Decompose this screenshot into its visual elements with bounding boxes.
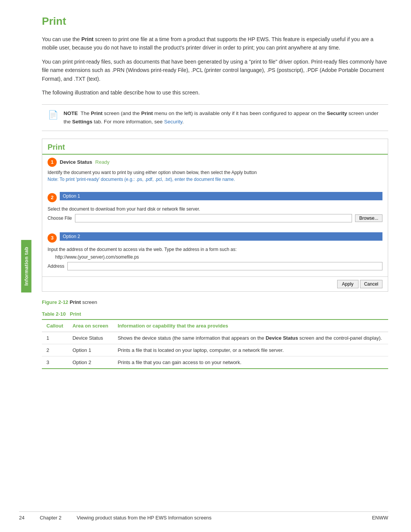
page-title: Print xyxy=(42,15,388,27)
callout-1: 1 xyxy=(48,158,57,167)
row1-callout: 1 xyxy=(42,332,68,344)
note-link-text: Note: To print 'print-ready' documents (… xyxy=(48,177,382,182)
intro-paragraph-3: The following illustration and table des… xyxy=(42,88,388,97)
option1-desc: Select the document to download from you… xyxy=(48,206,382,212)
footer: 24 Chapter 2 Viewing product status from… xyxy=(19,511,388,521)
figure-bold: Print xyxy=(70,299,81,305)
table-caption: Table 2-10 Print xyxy=(42,311,388,317)
col-area: Area on screen xyxy=(68,320,113,332)
choose-file-input[interactable] xyxy=(75,214,352,222)
table-row: 2 Option 1 Prints a file that is located… xyxy=(42,344,388,356)
security-link[interactable]: Security xyxy=(164,119,182,125)
option2-section: 3 Option 2 Input the address of the docu… xyxy=(42,229,388,276)
screen-mockup-title: Print xyxy=(42,139,388,155)
figure-caption: Figure 2-12 Print screen xyxy=(42,299,388,305)
row3-area: Option 2 xyxy=(68,356,113,369)
row1-info: Shows the device status (the same inform… xyxy=(113,332,388,344)
figure-number: Figure 2-12 xyxy=(42,299,68,305)
note-label: NOTE xyxy=(64,110,78,116)
url-hint: http://www.(your_server).com/somefile.ps xyxy=(48,254,382,260)
address-input[interactable] xyxy=(67,262,382,270)
footer-page-number: 24 xyxy=(19,515,24,521)
table-row: 3 Option 2 Prints a file that you can ga… xyxy=(42,356,388,369)
row1-area: Device Status xyxy=(68,332,113,344)
col-info: Information or capability that the area … xyxy=(113,320,388,332)
note-text: NOTE The Print screen (and the Print men… xyxy=(64,109,382,126)
row2-info: Prints a file that is located on your la… xyxy=(113,344,388,356)
apply-button[interactable]: Apply xyxy=(337,280,358,288)
device-status-label: Device Status xyxy=(60,159,92,165)
callout-2: 2 xyxy=(48,193,57,202)
device-status-value: Ready xyxy=(95,159,110,165)
figure-text: screen xyxy=(82,299,97,305)
address-label: Address xyxy=(48,264,64,269)
screen-mockup: Print 1 Device Status Ready Identify the… xyxy=(42,139,388,292)
option2-desc: Input the address of the document to acc… xyxy=(48,247,382,252)
apply-cancel-row: Apply Cancel xyxy=(42,276,388,291)
row3-callout: 3 xyxy=(42,356,68,369)
row2-area: Option 1 xyxy=(68,344,113,356)
row3-info: Prints a file that you can gain access t… xyxy=(113,356,388,369)
table-row: 1 Device Status Shows the device status … xyxy=(42,332,388,344)
table-caption-text: Print xyxy=(70,311,81,317)
option2-bar: Option 2 xyxy=(60,232,382,241)
intro-paragraph-2: You can print print-ready files, such as… xyxy=(42,58,388,83)
intro-paragraph-1: You can use the Print screen to print on… xyxy=(42,35,388,52)
identify-text: Identify the document you want to print … xyxy=(48,170,382,175)
callout-3: 3 xyxy=(48,233,57,243)
footer-chapter-text: Viewing product status from the HP EWS I… xyxy=(77,515,212,521)
device-status-section: 1 Device Status Ready Identify the docum… xyxy=(42,155,388,189)
option1-section: 2 Option 1 Select the document to downlo… xyxy=(42,189,388,229)
table-caption-label: Table 2-10 xyxy=(42,311,66,317)
note-icon: 📄 xyxy=(48,110,58,120)
cancel-button[interactable]: Cancel xyxy=(360,280,382,288)
col-callout: Callout xyxy=(42,320,68,332)
option1-bar: Option 1 xyxy=(60,192,382,200)
choose-file-label: Choose File xyxy=(48,216,72,221)
note-box: 📄 NOTE The Print screen (and the Print m… xyxy=(42,104,388,131)
footer-right: ENWW xyxy=(372,515,388,521)
side-tab: Information tab xyxy=(21,240,32,292)
row2-callout: 2 xyxy=(42,344,68,356)
table-header-row: Callout Area on screen Information or ca… xyxy=(42,320,388,332)
browse-button[interactable]: Browse... xyxy=(355,214,382,222)
footer-chapter: Chapter 2 xyxy=(40,515,61,521)
print-table: Callout Area on screen Information or ca… xyxy=(42,319,388,369)
